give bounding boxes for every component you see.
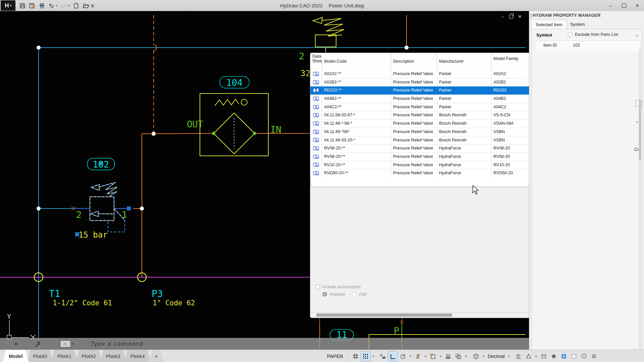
datasheet-book-icon[interactable] (310, 128, 322, 136)
panel-scrollbar-thumb[interactable] (639, 100, 641, 160)
layout-tab-bar[interactable]: ModelPlotA0PlotA1PlotA2PlotA3PlotA4+ (3, 350, 162, 362)
manufacturer-cell: Parker (437, 103, 491, 111)
model-family-cell: RD102 (491, 86, 531, 95)
layout-tab-plota4[interactable]: PlotA4 (124, 350, 151, 362)
manufacturer-cell: Bosch Rexroth (437, 136, 491, 144)
model-code-cell: RVD50-20-** (322, 169, 391, 177)
workspace-dropdown[interactable]: ▾ (534, 352, 538, 361)
description-cell: Pressure Relief Valve (391, 70, 437, 78)
section-collapse-button[interactable]: ▲ (635, 33, 639, 37)
object-snap-button[interactable] (428, 352, 438, 361)
polar-dropdown[interactable]: ▾ (408, 352, 413, 361)
replace-radio[interactable]: Replace (322, 292, 345, 297)
tab-system[interactable]: System (566, 20, 589, 29)
header-data-sheet[interactable]: Data Sheet (310, 53, 322, 70)
add-radio[interactable]: Add (352, 292, 367, 297)
polar-tracking-button[interactable] (398, 352, 408, 361)
manufacturer-cell: HydraForce (437, 153, 491, 161)
layout-tab-plota1[interactable]: PlotA1 (51, 350, 78, 362)
symbol-section-label: Symbol (536, 33, 552, 38)
datasheet-book-icon[interactable] (310, 120, 322, 128)
datasheet-book-icon[interactable] (310, 70, 322, 78)
header-description[interactable]: Description (391, 53, 437, 70)
checkbox-icon (568, 32, 573, 37)
out-label: OUT (187, 119, 203, 129)
otrack-dropdown[interactable]: ▾ (423, 352, 428, 361)
panel-grip[interactable] (530, 13, 532, 18)
property-manager-panel: HYDRAW PROPERTY MANAGER Selected Item Sy… (529, 11, 644, 362)
ortho-mode-button[interactable] (388, 352, 397, 361)
p3-label: P3 (152, 288, 163, 299)
command-window-button[interactable]: >_ ▾ (60, 340, 74, 348)
datasheet-book-icon[interactable] (310, 161, 322, 169)
add-layout-tab-button[interactable]: + (149, 350, 164, 362)
header-model-family[interactable]: Model Family (491, 53, 531, 70)
annotation-scale-button[interactable] (514, 352, 523, 361)
header-model-code[interactable]: Model Code (322, 53, 391, 70)
layout-tab-plota3[interactable]: PlotA3 (100, 350, 126, 362)
annotation-monitor-button[interactable] (579, 352, 589, 361)
layout-tab-plota2[interactable]: PlotA2 (75, 350, 102, 362)
dynamic-input-button[interactable] (378, 352, 387, 361)
window-close-button[interactable]: × (631, 0, 644, 11)
object-snap-tracking-button[interactable] (413, 352, 423, 361)
window-maximize-button[interactable] (617, 0, 631, 11)
grid-display-button[interactable] (351, 352, 360, 361)
exclude-parts-checkbox[interactable]: Exclude from Parts List (568, 32, 618, 37)
include-accessories-checkbox[interactable]: Include accessories (315, 284, 361, 289)
doc-restore-button[interactable] (508, 14, 514, 19)
panel-edge-dropdown[interactable]: ▾ (636, 120, 638, 124)
datasheet-book-icon[interactable] (310, 111, 322, 119)
t1-spec-label: 1-1/2" Code 61 (53, 299, 112, 307)
layout-tab-model[interactable]: Model (3, 350, 29, 362)
include-accessories-label: Include accessories (322, 284, 361, 289)
doc-minimize-button[interactable]: – (500, 14, 505, 19)
layout-tab-plota0[interactable]: PlotA0 (27, 350, 53, 362)
command-close-button[interactable]: ✕ (14, 341, 18, 347)
model-family-cell: RV10-20 (491, 161, 531, 169)
datasheet-book-icon[interactable] (310, 78, 322, 86)
datasheet-book-icon[interactable] (310, 95, 322, 103)
isolate-objects-button[interactable] (549, 352, 558, 361)
snap-dropdown[interactable]: ▾ (371, 352, 375, 361)
manufacturer-cell: Parker (437, 70, 491, 78)
command-prompt-text[interactable]: Type a command (91, 341, 144, 347)
snap-mode-button[interactable] (361, 352, 370, 361)
item-id-value[interactable]: 102 (573, 43, 580, 48)
transparency-button[interactable] (453, 352, 463, 361)
graphics-performance-button[interactable] (559, 352, 569, 361)
command-tools-button[interactable] (35, 341, 41, 347)
header-manufacturer[interactable]: Manufacturer (437, 53, 491, 70)
quick-properties-button[interactable] (539, 352, 548, 361)
customization-menu-button[interactable] (589, 352, 599, 361)
window-minimize-button[interactable]: – (604, 0, 617, 11)
isodraft-dropdown[interactable]: ▾ (481, 352, 486, 361)
panel-scrollbar[interactable] (639, 49, 641, 362)
item-id-row[interactable]: Item ID 102 (534, 41, 641, 50)
datasheet-book-icon[interactable] (310, 103, 322, 111)
annotation-visibility-button[interactable] (524, 352, 533, 361)
datasheet-book-icon[interactable] (310, 169, 322, 177)
description-cell: Pressure Relief Valve (391, 86, 437, 95)
units-value: Decimal (488, 354, 505, 359)
selection-cycling-dropdown[interactable]: ▾ (464, 352, 468, 361)
description-cell: Pressure Relief Valve (391, 78, 437, 86)
datasheet-book-icon[interactable] (310, 136, 322, 144)
lineweight-button[interactable] (443, 352, 453, 361)
paper-space-button[interactable]: PAPER (324, 352, 346, 361)
units-button[interactable]: Decimal (486, 352, 506, 361)
command-line-bar[interactable]: ✕ >_ ▾ Type a command (0, 338, 529, 350)
clean-screen-button[interactable] (569, 352, 579, 361)
isodraft-button[interactable] (471, 352, 481, 361)
datasheet-book-icon[interactable] (310, 144, 322, 153)
command-bar-grip[interactable] (0, 338, 2, 350)
model-code-cell: A02A2-** (322, 70, 391, 78)
datasheet-book-icon[interactable] (310, 153, 322, 161)
valve-setting-label: 15 bar (78, 230, 108, 240)
osnap-dropdown[interactable]: ▾ (438, 352, 443, 361)
doc-close-button[interactable]: ✕ (517, 14, 523, 19)
model-family-cell: RVD50-20 (491, 169, 531, 177)
units-dropdown[interactable]: ▾ (507, 352, 511, 361)
datasheet-book-icon[interactable] (310, 86, 322, 95)
tab-selected-item[interactable]: Selected Item (531, 20, 567, 29)
